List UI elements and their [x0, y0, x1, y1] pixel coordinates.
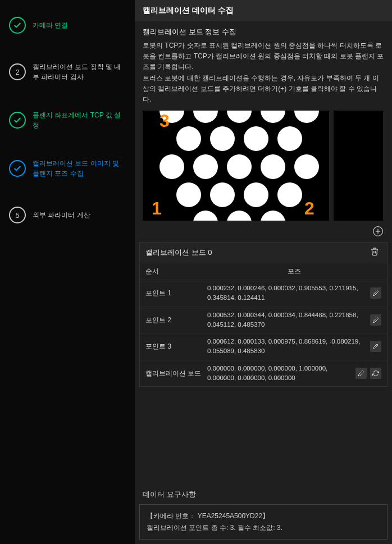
row-pose: 0.000612, 0.000133, 0.000975, 0.868619, …	[207, 337, 370, 356]
edit-button[interactable]	[370, 341, 381, 352]
step-label: 플랜지 좌표계에서 TCP 값 설정	[33, 110, 126, 130]
row-pose: 0.000532, 0.000344, 0.000034, 0.844488, …	[207, 310, 370, 330]
instruction-line: 로봇의 TCP가 숫자로 표시된 캘리브레이션 원의 중심점을 하나씩 터치하도…	[143, 42, 384, 71]
board-image-wrap: 3 1 2	[135, 111, 392, 221]
step-label: 외부 파라미터 계산	[33, 210, 126, 220]
secondary-board-image[interactable]	[334, 111, 383, 221]
instructions: 로봇의 TCP가 숫자로 표시된 캘리브레이션 원의 중심점을 하나씩 터치하도…	[135, 40, 392, 111]
section-title: 캘리브레이션 보드 정보 수집	[135, 21, 392, 40]
row-label: 포인트 1	[145, 288, 207, 298]
step-item-2[interactable]: 2 캘리브레이션 보드 장착 및 내부 파라미터 검사	[6, 56, 129, 88]
pencil-icon	[372, 343, 379, 350]
main-panel: 캘리브레이션 데이터 수집 캘리브레이션 보드 정보 수집 로봇의 TCP가 숫…	[135, 0, 392, 544]
row-pose: 0.000232, 0.000246, 0.000032, 0.905553, …	[207, 284, 370, 303]
requirements-line: 캘리브레이션 포인트 총 수: 3. 필수 최소값: 3.	[147, 522, 380, 533]
row-label: 포인트 3	[145, 341, 207, 351]
refresh-button[interactable]	[370, 368, 381, 379]
board-marker-2: 2	[304, 198, 314, 219]
requirements-line: 【카메라 번호： YEA25245A500YD22】	[147, 510, 380, 522]
delete-board-button[interactable]	[370, 247, 381, 258]
table-row: 포인트 3 0.000612, 0.000133, 0.000975, 0.86…	[140, 333, 387, 360]
step-status-done	[9, 17, 26, 34]
calibration-board-image[interactable]: 3 1 2	[143, 111, 329, 221]
edit-button[interactable]	[370, 287, 381, 299]
add-board-button[interactable]	[372, 225, 384, 237]
table-row: 포인트 2 0.000532, 0.000344, 0.000034, 0.84…	[140, 307, 387, 333]
page-title: 캘리브레이션 데이터 수집	[135, 0, 392, 21]
edit-button[interactable]	[370, 314, 381, 326]
instruction-line: 트러스 로봇에 대한 캘리브레이션을 수행하는 경우, 자유도가 부족하여 두 …	[143, 74, 379, 103]
row-pose: 0.000000, 0.000000, 0.000000, 1.000000, …	[207, 364, 355, 383]
step-status-done	[9, 112, 26, 129]
check-icon	[13, 116, 22, 125]
step-item-3[interactable]: 플랜지 좌표계에서 TCP 값 설정	[6, 104, 129, 136]
refresh-icon	[372, 370, 379, 377]
step-item-5[interactable]: 5 외부 파라미터 계산	[6, 201, 129, 229]
requirements-title: 데이터 요구사항	[139, 485, 388, 504]
trash-icon	[370, 247, 379, 256]
table-header: 순서 포즈	[140, 263, 387, 280]
step-status-active	[9, 160, 26, 177]
step-label: 카메라 연결	[33, 20, 126, 30]
sidebar: 카메라 연결 2 캘리브레이션 보드 장착 및 내부 파라미터 검사 플랜지 좌…	[0, 0, 135, 544]
pencil-icon	[372, 317, 379, 323]
step-label: 캘리브레이션 보드 이미지 및 플랜지 포즈 수집	[33, 158, 126, 179]
pencil-icon	[372, 290, 379, 296]
pencil-icon	[358, 370, 364, 377]
check-icon	[13, 164, 22, 173]
board-marker-3: 3	[159, 111, 170, 131]
requirements-body: 【카메라 번호： YEA25245A500YD22】 캘리브레이션 포인트 총 …	[139, 504, 388, 540]
step-number: 2	[9, 63, 26, 80]
board-panel-title: 캘리브레이션 보드 0	[145, 248, 212, 258]
row-label: 캘리브레이션 보드	[145, 368, 207, 378]
col-header-pose: 포즈	[207, 267, 381, 276]
plus-circle-icon	[372, 226, 384, 237]
step-item-1[interactable]: 카메라 연결	[6, 11, 129, 39]
check-icon	[13, 21, 22, 30]
board-panel: 캘리브레이션 보드 0 순서 포즈 포인트 1 0.000232, 0.0002…	[139, 242, 388, 387]
row-label: 포인트 2	[145, 315, 207, 325]
col-header-order: 순서	[145, 267, 207, 276]
step-number: 5	[9, 207, 26, 223]
step-item-4[interactable]: 캘리브레이션 보드 이미지 및 플랜지 포즈 수집	[6, 153, 129, 184]
table-row: 포인트 1 0.000232, 0.000246, 0.000032, 0.90…	[140, 280, 387, 307]
content: 캘리브레이션 보드 정보 수집 로봇의 TCP가 숫자로 표시된 캘리브레이션 …	[135, 21, 392, 544]
board-panel-header: 캘리브레이션 보드 0	[140, 243, 387, 263]
step-label: 캘리브레이션 보드 장착 및 내부 파라미터 검사	[33, 62, 126, 82]
board-marker-1: 1	[152, 198, 162, 219]
table-row: 캘리브레이션 보드 0.000000, 0.000000, 0.000000, …	[140, 360, 387, 387]
add-board-row	[135, 221, 392, 242]
edit-button[interactable]	[355, 368, 367, 379]
requirements-panel: 데이터 요구사항 【카메라 번호： YEA25245A500YD22】 캘리브레…	[139, 485, 388, 540]
